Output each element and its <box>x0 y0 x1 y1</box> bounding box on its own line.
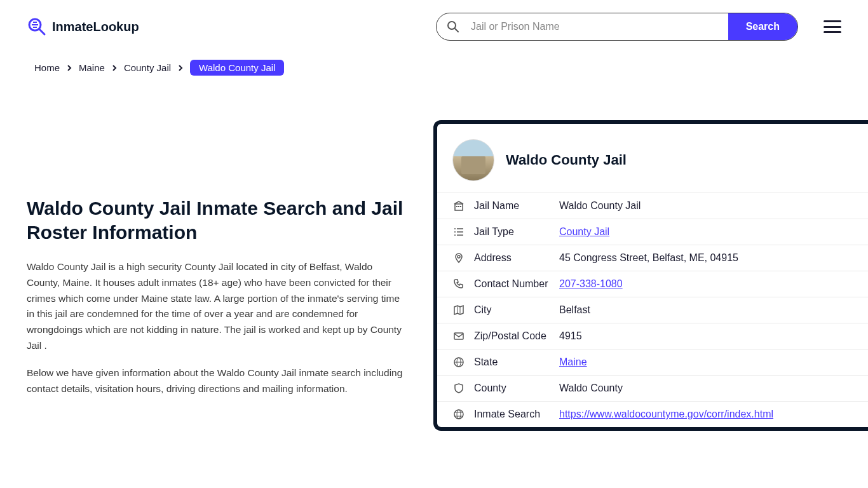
info-value[interactable]: County Jail <box>559 226 609 238</box>
search-form: Search <box>436 13 798 41</box>
info-value[interactable]: Maine <box>559 356 587 368</box>
info-row: Jail TypeCounty Jail <box>437 219 868 245</box>
map-icon <box>452 304 465 316</box>
info-card: Waldo County Jail Jail NameWaldo County … <box>433 120 868 431</box>
info-row: Address45 Congress Street, Belfast, ME, … <box>437 245 868 271</box>
svg-rect-20 <box>454 333 463 339</box>
svg-rect-8 <box>456 206 458 207</box>
breadcrumb: Home Maine County Jail Waldo County Jail <box>0 53 868 82</box>
info-value: Waldo County Jail <box>559 200 641 212</box>
info-row: Inmate Searchhttps://www.waldocountyme.g… <box>437 401 868 427</box>
search-icon <box>437 20 466 33</box>
svg-point-14 <box>454 228 456 229</box>
building-icon <box>452 200 465 212</box>
svg-line-6 <box>455 29 458 32</box>
phone-icon <box>452 278 465 290</box>
svg-point-24 <box>454 410 463 419</box>
info-label: Jail Type <box>474 226 550 238</box>
menu-button[interactable] <box>824 20 841 33</box>
badge-icon <box>452 382 465 395</box>
info-value[interactable]: 207-338-1080 <box>559 278 623 290</box>
breadcrumb-current: Waldo County Jail <box>190 60 284 76</box>
svg-point-15 <box>454 231 456 233</box>
info-value: 45 Congress Street, Belfast, ME, 04915 <box>559 252 738 264</box>
card-title: Waldo County Jail <box>506 152 627 168</box>
info-label: Jail Name <box>474 200 550 212</box>
chevron-right-icon <box>66 65 72 71</box>
info-row: CountyWaldo County <box>437 375 868 401</box>
search-input[interactable] <box>466 13 728 40</box>
logo-text: InmateLookup <box>52 20 139 34</box>
description-paragraph-1: Waldo County Jail is a high security Cou… <box>27 259 408 354</box>
chevron-right-icon <box>111 65 118 71</box>
info-label: State <box>474 356 550 368</box>
svg-rect-10 <box>460 206 461 207</box>
info-row: Jail NameWaldo County Jail <box>437 193 868 219</box>
search-button[interactable]: Search <box>728 13 797 40</box>
globe-icon <box>452 356 465 369</box>
jail-avatar <box>452 139 494 181</box>
breadcrumb-type[interactable]: County Jail <box>124 62 171 73</box>
info-row: CityBelfast <box>437 297 868 323</box>
info-row: Zip/Postal Code4915 <box>437 323 868 349</box>
svg-line-1 <box>39 29 44 34</box>
chevron-right-icon <box>177 65 184 71</box>
breadcrumb-state[interactable]: Maine <box>79 62 105 73</box>
pin-icon <box>452 252 465 264</box>
description-paragraph-2: Below we have given information about th… <box>27 365 408 397</box>
info-value: Belfast <box>559 304 590 316</box>
info-label: Address <box>474 252 550 264</box>
info-row: StateMaine <box>437 349 868 375</box>
envelope-icon <box>452 330 465 342</box>
web-icon <box>452 408 465 421</box>
info-label: City <box>474 304 550 316</box>
info-value: 4915 <box>559 330 582 342</box>
list-icon <box>452 226 465 238</box>
svg-point-17 <box>458 255 460 258</box>
info-row: Contact Number207-338-1080 <box>437 271 868 297</box>
logo-icon <box>27 17 47 37</box>
svg-point-16 <box>454 234 456 236</box>
svg-point-5 <box>448 22 456 29</box>
info-label: Contact Number <box>474 278 550 290</box>
info-label: County <box>474 383 550 394</box>
svg-point-27 <box>457 410 461 419</box>
page-title: Waldo County Jail Inmate Search and Jail… <box>27 196 408 244</box>
breadcrumb-home[interactable]: Home <box>34 62 60 73</box>
info-label: Zip/Postal Code <box>474 330 550 342</box>
info-label: Inmate Search <box>474 409 550 420</box>
info-value: Waldo County <box>559 383 623 394</box>
logo[interactable]: InmateLookup <box>27 17 139 37</box>
svg-rect-9 <box>458 206 459 207</box>
info-value[interactable]: https://www.waldocountyme.gov/corr/index… <box>559 409 773 420</box>
